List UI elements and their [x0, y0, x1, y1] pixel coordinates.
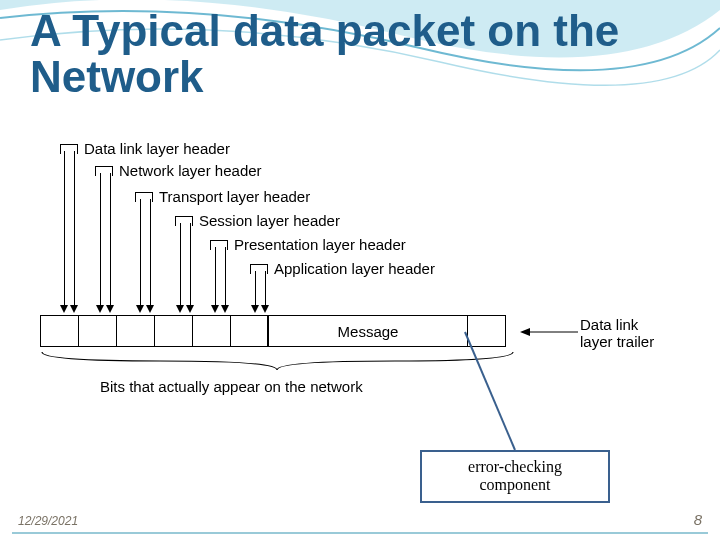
header-label: Transport layer header — [159, 188, 310, 205]
arrowhead-down-icon — [211, 305, 219, 313]
arrow-line — [110, 173, 111, 307]
bracket-icon — [60, 144, 78, 154]
arrow-line — [255, 271, 256, 307]
arrow-line — [215, 247, 216, 307]
footer-rule — [12, 532, 708, 534]
arrow-line — [265, 271, 266, 307]
packet-row: Message — [40, 315, 506, 347]
header-transport: Transport layer header — [135, 188, 310, 205]
header-label: Application layer header — [274, 260, 435, 277]
arrowhead-down-icon — [176, 305, 184, 313]
arrowhead-down-icon — [261, 305, 269, 313]
footer-date: 12/29/2021 — [18, 514, 78, 528]
arrowhead-down-icon — [60, 305, 68, 313]
arrow-line — [180, 223, 181, 307]
bits-label: Bits that actually appear on the network — [100, 378, 363, 395]
arrow-line — [100, 173, 101, 307]
header-label: Session layer header — [199, 212, 340, 229]
header-presentation: Presentation layer header — [210, 236, 406, 253]
arrowhead-down-icon — [221, 305, 229, 313]
segment-application-header — [230, 315, 268, 347]
arrowhead-down-icon — [251, 305, 259, 313]
arrowhead-down-icon — [106, 305, 114, 313]
arrowhead-down-icon — [70, 305, 78, 313]
callout-connector — [455, 330, 535, 455]
curly-brace-icon — [40, 350, 515, 372]
segment-transport-header — [116, 315, 154, 347]
arrow-line — [140, 199, 141, 307]
trailer-label: Data link layer trailer — [580, 316, 654, 351]
segment-data-link-header — [40, 315, 78, 347]
message-label: Message — [338, 323, 399, 340]
header-label: Data link layer header — [84, 140, 230, 157]
slide-title: A Typical data packet on the Network — [30, 8, 720, 100]
header-session: Session layer header — [175, 212, 340, 229]
callout-text: error-checking component — [468, 458, 562, 493]
packet-diagram: Data link layer header Network layer hea… — [40, 140, 680, 420]
arrow-line — [190, 223, 191, 307]
svg-line-2 — [465, 332, 515, 450]
arrowhead-down-icon — [96, 305, 104, 313]
arrow-line — [64, 151, 65, 307]
arrow-line — [150, 199, 151, 307]
header-network: Network layer header — [95, 162, 262, 179]
header-label: Network layer header — [119, 162, 262, 179]
footer-page-number: 8 — [694, 511, 702, 528]
arrowhead-down-icon — [186, 305, 194, 313]
header-label: Presentation layer header — [234, 236, 406, 253]
arrow-line — [225, 247, 226, 307]
segment-message: Message — [268, 315, 468, 347]
header-data-link: Data link layer header — [60, 140, 230, 157]
callout-error-checking: error-checking component — [420, 450, 610, 503]
segment-presentation-header — [192, 315, 230, 347]
arrow-line — [74, 151, 75, 307]
segment-session-header — [154, 315, 192, 347]
segment-network-header — [78, 315, 116, 347]
arrowhead-down-icon — [136, 305, 144, 313]
arrowhead-down-icon — [146, 305, 154, 313]
header-application: Application layer header — [250, 260, 435, 277]
